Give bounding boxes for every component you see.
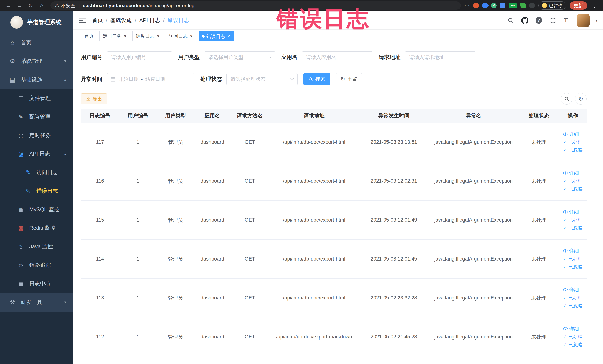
user-id-label: 用户编号 <box>81 54 102 61</box>
cell-log-id: 115 <box>81 201 119 239</box>
sidebar-item-home[interactable]: ⌂首页 <box>0 33 73 52</box>
cell-exception-time: 2021-05-03 12:01:45 <box>359 240 428 278</box>
tab-scheduled-tasks[interactable]: 定时任务× <box>99 31 130 41</box>
font-size-icon[interactable]: TT <box>563 15 571 26</box>
mark-processed-link[interactable]: ✓ 已处理 <box>563 295 583 301</box>
detail-link[interactable]: 详细 <box>563 170 579 176</box>
request-url-field: 请求地址 <box>379 51 476 63</box>
forward-button[interactable]: → <box>14 0 24 11</box>
search-icon[interactable] <box>507 15 515 26</box>
toggle-search-button[interactable] <box>561 93 572 105</box>
detail-link[interactable]: 详细 <box>563 248 579 254</box>
sidebar-item-error-log[interactable]: ✎错误日志 <box>0 182 73 200</box>
mark-ignored-link[interactable]: ✓ 已忽略 <box>563 225 583 231</box>
detail-link[interactable]: 详细 <box>563 131 579 137</box>
tab-schedule-log[interactable]: 调度日志× <box>132 31 163 41</box>
extension-record-icon[interactable] <box>473 3 479 8</box>
sidebar-item-mysql-monitor[interactable]: ▦MySQL 监控 <box>0 200 73 219</box>
breadcrumb-item[interactable]: 基础设施 <box>110 17 132 24</box>
cell-status: 未处理 <box>519 201 559 239</box>
update-button[interactable]: 更新 <box>570 1 587 10</box>
paused-badge[interactable]: 已暂停 <box>538 1 566 10</box>
extension-grid-icon[interactable] <box>500 3 506 8</box>
cell-user-id: 1 <box>119 201 157 239</box>
breadcrumb-item[interactable]: 首页 <box>92 17 103 24</box>
sidebar-item-dev-tools[interactable]: ⚒研发工具▾ <box>0 293 73 312</box>
detail-link[interactable]: 详细 <box>563 209 579 215</box>
mark-ignored-link[interactable]: ✓ 已忽略 <box>563 264 583 270</box>
avatar[interactable] <box>577 14 590 27</box>
sidebar-item-access-log[interactable]: ✎访问日志 <box>0 163 73 182</box>
mark-processed-link[interactable]: ✓ 已处理 <box>563 217 583 223</box>
reset-button[interactable]: ↻ 重置 <box>336 73 362 85</box>
mark-ignored-link[interactable]: ✓ 已忽略 <box>563 342 583 348</box>
screen: ← → ↻ ⌂ ⚠ 不安全 | dashboard.yudao.iocoder.… <box>0 0 603 364</box>
browser-home-button[interactable]: ⌂ <box>37 0 47 11</box>
app-name-input[interactable] <box>302 51 373 63</box>
mark-ignored-link[interactable]: ✓ 已忽略 <box>563 186 583 192</box>
extension-dark-icon[interactable] <box>529 3 535 8</box>
export-button[interactable]: 导出 <box>81 94 107 104</box>
user-type-select[interactable]: 请选择用户类型 <box>204 51 275 63</box>
column-header: 处理状态 <box>519 109 559 123</box>
chevron-down-icon[interactable]: ▾ <box>596 18 597 23</box>
extension-vue-icon[interactable]: V <box>491 3 497 8</box>
date-range-picker[interactable]: 开始日期 - 结束日期 <box>107 73 195 85</box>
process-status-select[interactable]: 请选择处理状态 <box>226 73 298 85</box>
tab-label: 错误日志 <box>207 33 225 39</box>
extension-leaf-icon[interactable] <box>520 3 526 8</box>
sidebar-item-scheduled-tasks[interactable]: ◷定时任务 <box>0 126 73 145</box>
close-icon[interactable]: × <box>124 34 127 39</box>
check-icon: ✓ <box>563 186 567 192</box>
sidebar-toggle[interactable] <box>75 11 90 30</box>
detail-link[interactable]: 详细 <box>563 326 579 332</box>
sidebar-item-config-management[interactable]: ✎配置管理 <box>0 107 73 126</box>
cell-user-id: 1 <box>119 162 157 200</box>
user-id-input[interactable] <box>107 51 172 63</box>
mark-processed-link[interactable]: ✓ 已处理 <box>563 178 583 184</box>
breadcrumb-item[interactable]: API 日志 <box>139 17 160 24</box>
list-icon: ≣ <box>17 280 25 287</box>
mark-processed-link[interactable]: ✓ 已处理 <box>563 139 583 145</box>
document-icon: ✎ <box>24 188 32 195</box>
browser-menu-icon[interactable]: ⋮ <box>591 2 599 9</box>
fullscreen-icon[interactable] <box>549 15 557 26</box>
mark-ignored-link[interactable]: ✓ 已忽略 <box>563 147 583 153</box>
logo-title: 芋道管理系统 <box>27 18 61 26</box>
detail-link[interactable]: 详细 <box>563 287 579 293</box>
tab-label: 首页 <box>84 33 94 39</box>
back-button[interactable]: ← <box>3 0 13 11</box>
close-icon[interactable]: × <box>157 34 160 39</box>
address-bar[interactable]: ⚠ 不安全 | dashboard.yudao.iocoder.cn/infra… <box>50 1 461 10</box>
sidebar-item-file-management[interactable]: ◫文件管理 <box>0 89 73 107</box>
github-icon[interactable] <box>521 15 529 26</box>
sidebar-item-java-monitor[interactable]: ♨Java 监控 <box>0 237 73 256</box>
column-header: 应用名 <box>194 109 231 123</box>
mark-processed-link[interactable]: ✓ 已处理 <box>563 256 583 262</box>
tab-error-log[interactable]: 错误日志× <box>198 31 234 41</box>
close-icon[interactable]: × <box>190 34 193 39</box>
mark-ignored-link[interactable]: ✓ 已忽略 <box>563 303 583 309</box>
extension-on-icon[interactable]: on <box>509 3 517 8</box>
tab-access-log[interactable]: 访问日志× <box>165 31 196 41</box>
mark-processed-link[interactable]: ✓ 已处理 <box>563 334 583 340</box>
search-button[interactable]: 搜索 <box>303 73 330 85</box>
help-icon[interactable]: ? <box>535 15 543 26</box>
sidebar-item-log-center[interactable]: ≣日志中心 <box>0 274 73 293</box>
logo[interactable]: 芋道管理系统 <box>0 11 73 33</box>
sidebar-item-infrastructure[interactable]: ▤基础设施▴ <box>0 70 73 89</box>
sidebar-item-label: Java 监控 <box>29 243 73 250</box>
refresh-table-button[interactable]: ↻ <box>575 93 587 105</box>
close-icon[interactable]: × <box>227 34 230 39</box>
sidebar-item-api-logs[interactable]: ▨API 日志▴ <box>0 145 73 163</box>
sidebar-item-redis-monitor[interactable]: ▩Redis 监控 <box>0 219 73 237</box>
bookmark-star-icon[interactable]: ☆ <box>464 2 470 9</box>
tab-home[interactable]: 首页 <box>81 31 97 41</box>
extension-drop-icon[interactable] <box>481 2 489 10</box>
browser-chrome: ← → ↻ ⌂ ⚠ 不安全 | dashboard.yudao.iocoder.… <box>0 0 603 11</box>
tab-label: 访问日志 <box>169 33 188 39</box>
reload-button[interactable]: ↻ <box>26 0 35 11</box>
request-url-input[interactable] <box>405 51 476 63</box>
sidebar-item-system-management[interactable]: ⚙系统管理▾ <box>0 52 73 70</box>
sidebar-item-link-trace[interactable]: ∞链路追踪 <box>0 256 73 274</box>
